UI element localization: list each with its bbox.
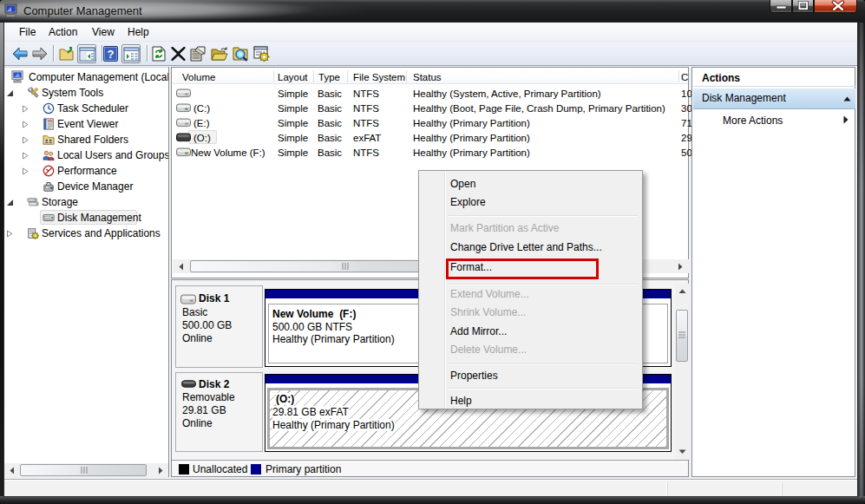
svg-text:?: ? — [108, 48, 115, 61]
